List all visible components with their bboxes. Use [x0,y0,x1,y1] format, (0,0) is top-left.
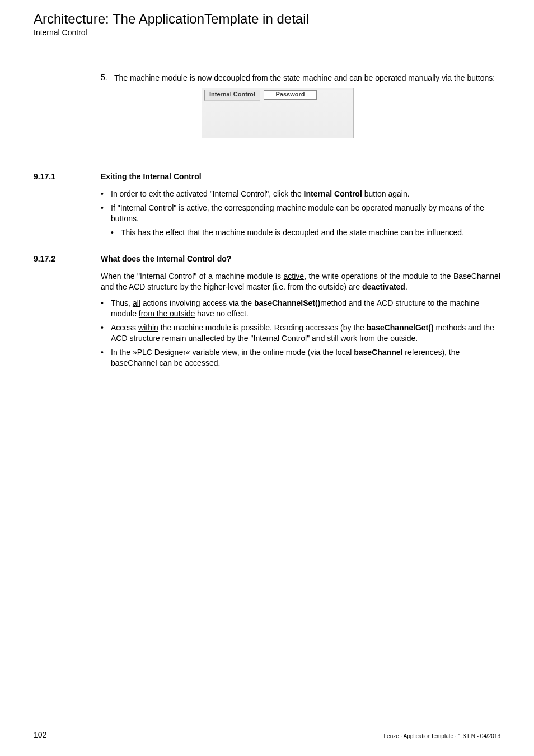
text-frag: . [405,282,407,291]
ui-screenshot: Internal Control Password [202,88,500,138]
section-9-17-2-body: When the "Internal Control" of a machine… [101,271,500,368]
bullet-dot: • [101,347,111,368]
internal-control-tab: Internal Control [204,90,260,101]
bullet-item: • In the »PLC Designer« variable view, i… [101,347,500,368]
bullet-text: In order to exit the activated "Internal… [111,189,410,199]
text-underline: from the outside [139,309,195,318]
text-frag: When the "Internal Control" of a machine… [101,272,284,281]
page-title: Architecture: The ApplicationTemplate in… [34,11,500,27]
bullet-text: This has the effect that the machine mod… [121,227,464,238]
section-number: 9.17.1 [34,172,101,181]
separator-line: _ _ _ _ _ _ _ _ _ _ _ _ _ _ _ _ _ _ _ _ … [34,47,500,56]
section-title: Exiting the Internal Control [101,172,202,181]
bullet-dot: • [111,227,121,238]
step-text: The machine module is now decoupled from… [114,73,495,83]
section-number: 9.17.2 [34,254,101,263]
text-underline: active [284,272,305,281]
bullet-item: • If "Internal Control" is active, the c… [101,203,500,224]
bullet-text: If "Internal Control" is active, the cor… [111,203,500,224]
bullet-dot: • [101,323,111,344]
bullet-item: • Thus, all actions involving access via… [101,298,500,319]
password-field: Password [264,90,317,100]
text-bold: baseChannel [354,348,402,357]
text-bold: baseChannelGet() [367,323,434,332]
step-number: 5. [101,73,114,83]
footer-text: Lenze · ApplicationTemplate · 1.3 EN - 0… [384,733,500,739]
bullet-dot: • [101,189,111,199]
text-frag: Access [111,323,138,332]
page: Architecture: The ApplicationTemplate in… [0,0,534,756]
bullet-dot: • [101,298,111,319]
bullet-item: • Access within the machine module is po… [101,323,500,344]
bullet-text: Access within the machine module is poss… [111,323,500,344]
text-underline: all [133,298,140,307]
page-footer: 102 Lenze · ApplicationTemplate · 1.3 EN… [34,730,500,739]
step-5: 5. The machine module is now decoupled f… [101,73,500,83]
bullet-item: • In order to exit the activated "Intern… [101,189,500,199]
page-subtitle: Internal Control [34,28,500,37]
section-title: What does the Internal Control do? [101,254,231,263]
section-9-17-1-body: • In order to exit the activated "Intern… [101,189,500,238]
section-9-17-1-header: 9.17.1 Exiting the Internal Control [34,172,500,181]
text-frag: button again. [362,189,410,198]
text-bold: Internal Control [304,189,362,198]
section-9-17-2-header: 9.17.2 What does the Internal Control do… [34,254,500,263]
text-frag: Thus, [111,298,133,307]
text-bold: deactivated [362,282,405,291]
text-frag: the machine module is possible. Reading … [158,323,367,332]
text-underline: within [138,323,158,332]
sub-bullet-item: • This has the effect that the machine m… [111,227,500,238]
ui-panel: Internal Control Password [202,88,354,138]
bullet-text: In the »PLC Designer« variable view, in … [111,347,500,368]
bullet-text: Thus, all actions involving access via t… [111,298,500,319]
text-frag: In the »PLC Designer« variable view, in … [111,348,354,357]
page-number: 102 [34,730,46,739]
text-frag: actions involving access via the [140,298,254,307]
bullet-dot: • [101,203,111,224]
text-bold: baseChannelSet() [254,298,320,307]
paragraph: When the "Internal Control" of a machine… [101,271,500,292]
text-frag: have no effect. [195,309,248,318]
text-frag: In order to exit the activated "Internal… [111,189,304,198]
